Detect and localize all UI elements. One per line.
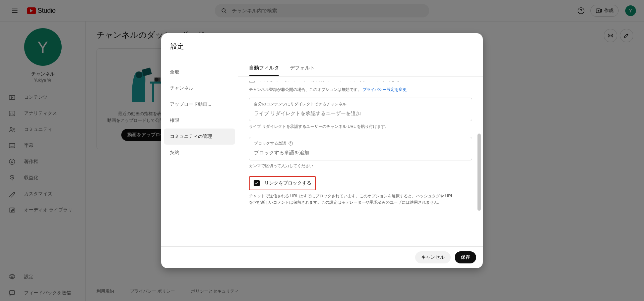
save-button[interactable]: 保存 [455,251,476,263]
dnav-community-mgmt[interactable]: コミュニティの管理 [164,129,235,145]
blocked-words-field[interactable]: ブロックする単語 [249,137,472,160]
dnav-permissions[interactable]: 権限 [164,112,235,129]
blocked-words-help: カンマで区切って入力してください [249,163,472,169]
block-links-desc: チャットで送信される URL はすでにブロックされています。このオプションを選択… [249,193,457,206]
redirect-field-label: 自分のコンテンツにリダイレクトできるチャンネル [254,101,467,107]
redirect-channels-field[interactable]: 自分のコンテンツにリダイレクトできるチャンネル [249,98,472,121]
privacy-settings-link[interactable]: プライバシー設定を変更 [363,87,407,92]
blocked-words-input[interactable] [254,150,467,155]
block-links-highlight: リンクをブロックする [249,176,316,190]
subscriber-redirect-desc: チャンネル登録が非公開の場合、このオプションは無効です。 プライバシー設定を変更 [249,87,472,93]
block-links-checkbox[interactable] [254,180,260,186]
subscriber-redirect-checkbox-row[interactable]: 登録しているチャンネルが自分のコンテンツにリダイレクトできる [249,81,472,83]
dialog-footer: キャンセル 保存 [161,246,483,268]
settings-dialog: 設定 全般 チャンネル アップロード動画... 権限 コミュニティの管理 契約 … [161,33,483,268]
dialog-title: 設定 [161,33,483,60]
help-icon[interactable] [288,141,293,146]
modal-overlay[interactable]: 設定 全般 チャンネル アップロード動画... 権限 コミュニティの管理 契約 … [0,0,644,301]
dnav-agreements[interactable]: 契約 [164,145,235,161]
cancel-button[interactable]: キャンセル [415,251,451,263]
dialog-content: 自動フィルタ デフォルト 登録しているチャンネルが自分のコンテンツにリダイレクト… [238,60,483,246]
dialog-nav: 全般 チャンネル アップロード動画... 権限 コミュニティの管理 契約 [161,60,238,246]
dnav-channel[interactable]: チャンネル [164,80,235,96]
redirect-channels-input[interactable] [254,110,467,116]
settings-pane: 登録しているチャンネルが自分のコンテンツにリダイレクトできる チャンネル登録が非… [238,77,483,246]
pane-scrollbar[interactable] [477,134,481,211]
tab-autofilter[interactable]: 自動フィルタ [249,60,279,76]
redirect-help: ライブ リダイレクトを承認するユーザーのチャンネル URL を貼り付けます。 [249,124,472,130]
checkbox-icon[interactable] [249,81,255,83]
check-icon [255,181,259,185]
dialog-tabs: 自動フィルタ デフォルト [238,60,483,77]
dnav-upload[interactable]: アップロード動画... [164,96,235,112]
blocked-words-label: ブロックする単語 [254,141,467,146]
block-links-label: リンクをブロックする [264,180,311,186]
tab-default[interactable]: デフォルト [290,60,315,76]
dnav-general[interactable]: 全般 [164,64,235,80]
